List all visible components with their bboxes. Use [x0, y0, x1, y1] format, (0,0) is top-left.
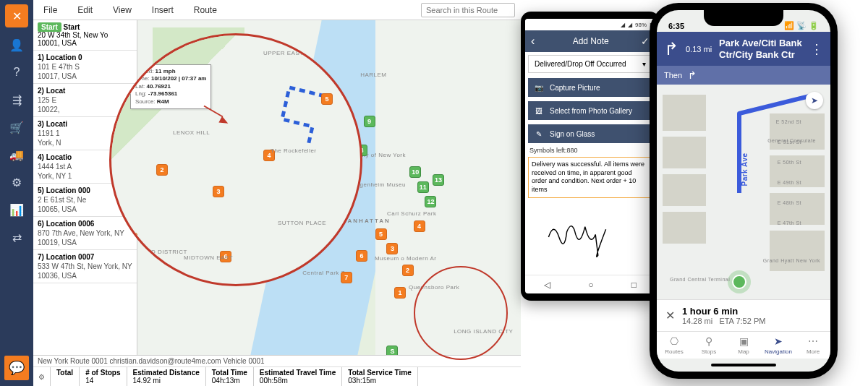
street-label-e47: E 47th St	[778, 220, 801, 226]
map-stop[interactable]: 6	[356, 250, 367, 262]
map-stop[interactable]: 9	[364, 116, 375, 127]
confirm-icon[interactable]: ✓	[641, 35, 650, 47]
nav-dist-unit: mi	[703, 45, 712, 53]
phone1-title: Add Note	[540, 36, 641, 46]
phone-notch	[704, 10, 783, 26]
menu-edit[interactable]: Edit	[67, 5, 103, 15]
then-label: Then	[664, 71, 682, 80]
status-dropdown[interactable]: Delivered/Drop Off Occurred ▾	[528, 55, 652, 73]
map-stop[interactable]: 3	[386, 243, 398, 254]
start-title: Start	[64, 23, 80, 31]
nav-destination: Park Ave/Citi Bank Ctr/City Bank Ctr	[719, 38, 803, 60]
main-column: File Edit View Insert Route Start Start …	[33, 0, 521, 386]
fleet-icon[interactable]: ⚙	[7, 172, 27, 192]
swap-icon[interactable]: ⇄	[7, 227, 27, 247]
zoom-label-lenox: LENOX HILL	[173, 129, 210, 136]
nav-map[interactable]: ➤ Park Ave E 52nd St E 51st St E 50th St…	[657, 85, 830, 299]
gallery-icon: 🖼	[534, 106, 544, 115]
nav-header: ↱ 0.13 mi Park Ave/Citi Bank Ctr/City Ba…	[657, 32, 830, 66]
menu-file[interactable]: File	[33, 5, 67, 15]
overflow-menu-icon[interactable]: ⋮	[810, 41, 823, 57]
app-logo-icon[interactable]: ✕	[5, 4, 28, 27]
truck-icon[interactable]: 🚚	[7, 145, 27, 165]
tab-stops[interactable]: ⚲Stops	[692, 332, 726, 359]
camera-icon: 📷	[534, 83, 544, 92]
close-icon[interactable]: ✕	[665, 309, 675, 322]
vehicle-marker-icon	[732, 275, 746, 289]
map-stop[interactable]: 5	[375, 228, 387, 240]
capture-picture-button[interactable]: 📷 Capture Picture	[528, 78, 652, 97]
map-stop[interactable]: 12	[425, 196, 436, 207]
menu-route[interactable]: Route	[184, 5, 227, 15]
map-stop[interactable]: 11	[417, 181, 429, 193]
route-summary-bar: New York Route 0001 christian.davidson@r…	[33, 355, 521, 386]
location-item[interactable]: 1) Location 0 101 E 47th S 10017, USA	[33, 51, 137, 84]
routes-icon[interactable]: ⇶	[7, 90, 27, 110]
search-input[interactable]	[421, 3, 515, 17]
eta-dist-unit: mi	[705, 317, 713, 325]
tt-header: Total Time	[212, 369, 247, 377]
desktop-app: ✕ 👤 ? ⇶ 🛒 🚚 ⚙ 📊 ⇄ 💬 File Edit View Inser…	[0, 0, 521, 386]
status-time: 6:35	[668, 22, 684, 30]
nav-back-icon[interactable]: ◁	[544, 280, 550, 290]
chevron-down-icon: ▾	[642, 60, 646, 68]
total-label: Total	[56, 369, 73, 377]
map-icon: ▣	[739, 335, 749, 347]
phone-add-note: ◢ ◢ 98% ▮ ‹ Add Note ✓ Delivered/Drop Of…	[521, 12, 660, 301]
tab-more[interactable]: ⋯More	[796, 332, 830, 359]
loc-addr1: 870 7th Ave, New York, NY	[38, 228, 132, 238]
map-stop[interactable]: 7	[341, 272, 352, 283]
nav-recent-icon[interactable]: □	[631, 280, 637, 290]
nav-distance: 0.13	[686, 45, 701, 53]
dist-header: Estimated Distance	[133, 369, 200, 377]
phone1-status-bar: ◢ ◢ 98% ▮	[525, 19, 655, 30]
home-indicator[interactable]	[657, 359, 830, 372]
bottom-tab-bar: ⎔Routes ⚲Stops ▣Map ➤Navigation ⋯More	[657, 331, 830, 359]
stops-icon: ⚲	[705, 335, 712, 347]
gear-icon[interactable]: ⚙	[33, 367, 51, 386]
note-textarea[interactable]: Delivery was successful. All items were …	[528, 157, 652, 198]
tab-routes[interactable]: ⎔Routes	[657, 332, 692, 359]
location-item[interactable]: 6) Location 0006 870 7th Ave, New York, …	[33, 217, 137, 250]
symbols-left: Symbols left:880	[525, 145, 655, 155]
nav-eta-bar: ✕ 1 hour 6 min 14.28 mi ETA 7:52 PM	[657, 299, 830, 331]
tab-map[interactable]: ▣Map	[726, 332, 761, 359]
map-stop[interactable]: 13	[433, 174, 444, 186]
user-icon[interactable]: 👤	[7, 35, 27, 55]
eta-dist: 14.28	[682, 317, 702, 325]
recenter-button[interactable]: ➤	[806, 92, 823, 109]
select-gallery-button[interactable]: 🖼 Select from Photo Gallery	[528, 101, 652, 120]
menu-view[interactable]: View	[103, 5, 142, 15]
signature-icon: ✎	[534, 129, 544, 138]
loc-addr1: 533 W 47th St, New York, NY	[38, 262, 132, 271]
loc-name: 6) Location 0006	[38, 219, 132, 228]
back-icon[interactable]: ‹	[531, 35, 535, 48]
menubar: File Edit View Insert Route	[33, 0, 521, 20]
sign-glass-button[interactable]: ✎ Sign on Glass	[528, 124, 652, 143]
map-stop[interactable]: 10	[409, 166, 421, 178]
tab-navigation[interactable]: ➤Navigation	[761, 332, 796, 359]
phone-navigation: 6:35 📶 📡 🔋 ↱ 0.13 mi Park Ave/Citi Bank …	[650, 3, 838, 379]
zoom-label-rock: The Rockefeller	[271, 147, 317, 154]
signal-icon: ◢	[621, 22, 625, 28]
nav-then-bar: Then ↱	[657, 66, 830, 85]
map-label-manhattan: MANHATTAN	[341, 218, 391, 224]
loc-name: 1) Location 0	[38, 53, 132, 62]
location-item[interactable]: 7) Location 0007 533 W 47th St, New York…	[33, 250, 137, 283]
map-stop[interactable]: 4	[414, 220, 425, 232]
menu-insert[interactable]: Insert	[142, 5, 184, 15]
map-stop[interactable]: 2	[402, 265, 414, 276]
help-icon[interactable]: ?	[7, 62, 27, 82]
cart-icon[interactable]: 🛒	[7, 117, 27, 137]
btn-label: Sign on Glass	[550, 130, 595, 138]
map-stop[interactable]: 1	[394, 287, 406, 299]
chat-icon[interactable]: 💬	[4, 356, 29, 380]
eta-label: ETA	[719, 317, 733, 325]
dropdown-value: Delivered/Drop Off Occurred	[535, 60, 626, 68]
nav-home-icon[interactable]: ○	[588, 280, 593, 290]
signature-pad[interactable]	[525, 200, 655, 275]
location-start[interactable]: Start Start 20 W 34th St, New Yo 10001, …	[33, 20, 137, 51]
building-block	[770, 231, 825, 271]
zoom-label-midtown: MIDTOWN EAST	[184, 254, 233, 261]
analytics-icon[interactable]: 📊	[7, 200, 27, 220]
